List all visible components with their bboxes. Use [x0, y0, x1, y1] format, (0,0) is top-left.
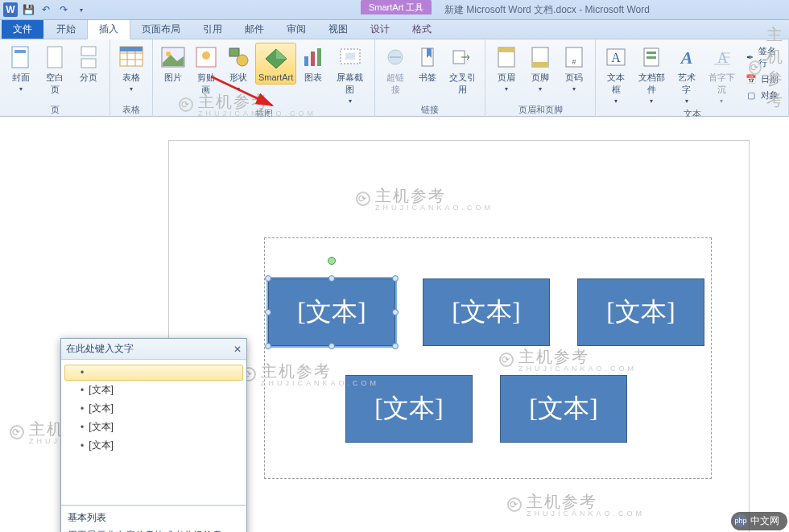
chevron-down-icon: ▾ — [650, 97, 653, 105]
wordart-button[interactable]: A 艺术字▾ — [671, 43, 702, 106]
qat-customize-icon[interactable]: ▾ — [74, 2, 89, 17]
quickparts-button[interactable]: 文档部件▾ — [633, 43, 669, 106]
shapes-icon — [225, 44, 251, 70]
picture-button[interactable]: 图片 — [158, 43, 188, 85]
crossref-button[interactable]: 交叉引用 — [444, 43, 480, 97]
date-time-button[interactable]: 📅日期 — [743, 72, 782, 86]
group-label-pages: 页 — [5, 102, 105, 117]
text-pane-item[interactable]: •[文本] — [64, 436, 243, 455]
smartart-shape-3[interactable]: [文本] — [577, 278, 704, 346]
text-pane-header: 在此处键入文字 ✕ — [61, 339, 246, 360]
chart-icon — [300, 44, 326, 70]
chart-button[interactable]: 图表 — [298, 43, 328, 85]
bookmark-button[interactable]: 书签 — [412, 43, 443, 85]
undo-icon[interactable]: ↶ — [39, 2, 53, 17]
dropcap-icon: A — [708, 44, 734, 70]
text-small-stack: ✒签名行 📅日期 ▢对象 — [741, 43, 783, 104]
text-pane-item[interactable]: •[文本] — [64, 399, 243, 418]
smartart-shape-2[interactable]: [文本] — [423, 278, 550, 346]
textbox-button[interactable]: A 文本框▾ — [601, 43, 631, 106]
bookmark-icon — [415, 44, 440, 70]
php-badge: 中文网 — [731, 512, 787, 530]
text-pane-info: 基本列表 用于显示非有序信息块或者分组信息块。可最大化形状的水平和垂直显示空间。… — [61, 505, 246, 532]
quickparts-icon — [638, 44, 664, 70]
signature-line-button[interactable]: ✒签名行 — [743, 44, 782, 70]
window-title: 新建 Microsoft Word 文档.docx - Microsoft Wo… — [444, 3, 650, 17]
hyperlink-button[interactable]: 超链接 — [380, 43, 411, 97]
text-pane-item[interactable]: •[文本] — [64, 418, 243, 436]
smartart-text-pane[interactable]: 在此处键入文字 ✕ • •[文本] •[文本] •[文本] •[文本] 基本列表… — [60, 338, 247, 532]
smartart-shape-5[interactable]: [文本] — [500, 375, 627, 443]
tab-mailings[interactable]: 邮件 — [233, 19, 275, 39]
pagenum-icon: # — [561, 44, 587, 70]
cover-page-button[interactable]: 封面▾ — [5, 43, 37, 94]
footer-icon — [527, 44, 553, 70]
save-icon[interactable]: 💾 — [21, 2, 35, 17]
tab-review[interactable]: 审阅 — [275, 19, 317, 39]
svg-rect-23 — [345, 53, 355, 60]
bullet-icon: • — [81, 385, 84, 396]
hyperlink-icon — [382, 44, 408, 70]
screenshot-button[interactable]: 屏幕截图▾ — [330, 43, 370, 106]
smartart-shape-4[interactable]: [文本] — [345, 375, 473, 443]
bullet-icon: • — [81, 367, 84, 378]
contextual-tab-label: SmartArt 工具 — [361, 0, 432, 14]
smartart-button[interactable]: SmartArt — [255, 43, 296, 85]
chevron-down-icon: ▾ — [685, 97, 688, 105]
tab-home[interactable]: 开始 — [45, 19, 87, 39]
svg-text:#: # — [572, 58, 576, 66]
close-icon[interactable]: ✕ — [233, 344, 242, 355]
svg-text:A: A — [612, 51, 622, 64]
table-icon — [118, 44, 144, 70]
crossref-icon — [449, 44, 475, 70]
chevron-down-icon: ▾ — [19, 85, 23, 93]
ribbon: 封面▾ 空白页 分页 页 表格▾ 表格 图片 — [0, 39, 789, 117]
group-pages: 封面▾ 空白页 分页 页 — [0, 39, 110, 117]
title-bar: W 💾 ↶ ↷ ▾ SmartArt 工具 新建 Microsoft Word … — [0, 0, 789, 20]
text-pane-item[interactable]: • — [64, 365, 243, 381]
chevron-down-icon: ▾ — [130, 85, 133, 93]
shapes-button[interactable]: 形状▾ — [223, 43, 254, 94]
text-pane-title: 在此处键入文字 — [66, 342, 134, 356]
smartart-canvas[interactable]: [文本] [文本] [文本] [文本] [文本] — [264, 237, 712, 479]
dropcap-button[interactable]: A 首字下沉▾ — [704, 43, 740, 106]
quick-access-toolbar: W 💾 ↶ ↷ ▾ — [0, 2, 89, 17]
clipart-button[interactable]: 剪贴画 — [190, 43, 221, 97]
tab-view[interactable]: 视图 — [317, 19, 359, 39]
header-button[interactable]: 页眉▾ — [490, 43, 523, 94]
tab-smartart-format[interactable]: 格式 — [401, 19, 443, 39]
tab-smartart-design[interactable]: 设计 — [359, 19, 401, 39]
tab-references[interactable]: 引用 — [192, 19, 233, 39]
tab-file[interactable]: 文件 — [2, 19, 43, 39]
blank-page-button[interactable]: 空白页 — [39, 43, 72, 97]
table-button[interactable]: 表格▾ — [115, 43, 147, 94]
redo-icon[interactable]: ↷ — [56, 2, 71, 17]
tab-page-layout[interactable]: 页面布局 — [130, 19, 192, 39]
chevron-down-icon: ▾ — [539, 85, 542, 93]
tab-insert[interactable]: 插入 — [87, 19, 130, 39]
blank-page-icon — [42, 44, 68, 70]
chevron-down-icon: ▾ — [720, 97, 723, 105]
object-button[interactable]: ▢对象 — [743, 88, 782, 102]
page-break-button[interactable]: 分页 — [72, 43, 105, 85]
text-pane-item[interactable]: •[文本] — [64, 381, 243, 399]
svg-text:A: A — [679, 47, 692, 68]
smartart-icon — [263, 45, 289, 71]
signature-icon: ✒ — [745, 51, 755, 64]
chevron-down-icon: ▾ — [349, 97, 352, 105]
svg-rect-19 — [304, 56, 308, 66]
document-page[interactable]: [文本] [文本] [文本] [文本] [文本] — [169, 141, 749, 532]
smartart-shape-1[interactable]: [文本] — [268, 278, 395, 346]
svg-rect-29 — [498, 47, 514, 52]
group-tables: 表格▾ 表格 — [110, 39, 153, 117]
svg-point-14 — [202, 52, 210, 60]
group-label-tables: 表格 — [115, 102, 147, 117]
textbox-icon: A — [603, 44, 629, 70]
text-pane-list[interactable]: • •[文本] •[文本] •[文本] •[文本] — [61, 360, 246, 505]
svg-text:A: A — [717, 50, 728, 66]
svg-rect-3 — [81, 47, 96, 56]
footer-button[interactable]: 页脚▾ — [524, 43, 556, 94]
pagenum-button[interactable]: # 页码▾ — [558, 43, 590, 94]
svg-rect-4 — [81, 59, 96, 68]
chevron-down-icon: ▾ — [505, 85, 508, 93]
